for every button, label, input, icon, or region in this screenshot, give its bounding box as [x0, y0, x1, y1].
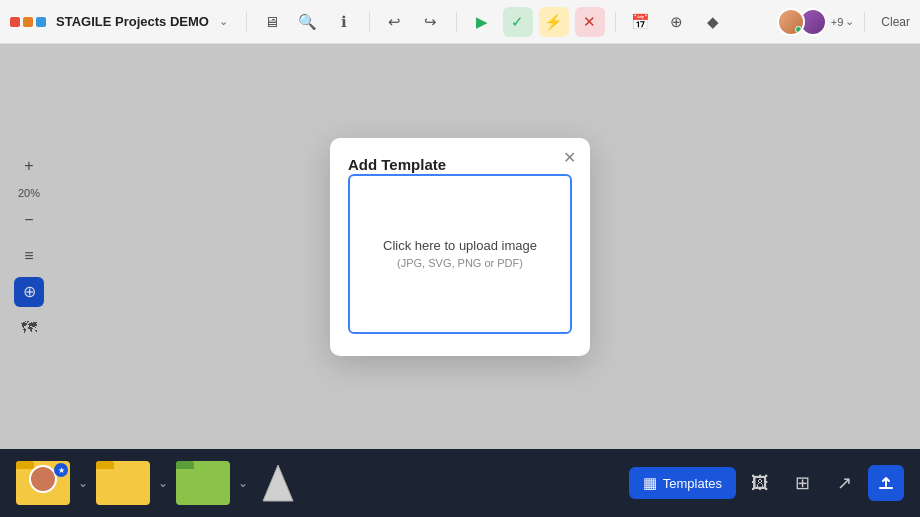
- topbar-separator-4: [615, 12, 616, 32]
- avatar-plus-count: +9: [831, 16, 844, 28]
- bottom-bar: ★ ⌄ ⌄ ⌄ ▦ Templates 🖼 ⊞ ↗: [0, 449, 920, 517]
- modal-close-button[interactable]: ✕: [563, 150, 576, 166]
- redo-button[interactable]: ↪: [416, 7, 446, 37]
- thumbnail-item-2[interactable]: [96, 461, 150, 505]
- upload-button[interactable]: [868, 465, 904, 501]
- grid-button[interactable]: ⊞: [784, 465, 820, 501]
- close-button[interactable]: ✕: [575, 7, 605, 37]
- folder-thumb-green: [176, 461, 230, 505]
- topbar-separator-5: [864, 12, 865, 32]
- modal-overlay[interactable]: Add Template ✕ Click here to upload imag…: [0, 44, 920, 449]
- thumbnail-item-1[interactable]: ★: [16, 461, 70, 505]
- folder-tab-green: [176, 461, 194, 469]
- undo-button[interactable]: ↩: [380, 7, 410, 37]
- folder-tab-2: [96, 461, 114, 469]
- image-button[interactable]: 🖼: [742, 465, 778, 501]
- monitor-button[interactable]: 🖥: [257, 7, 287, 37]
- diamond-button[interactable]: ◆: [698, 7, 728, 37]
- upload-main-text: Click here to upload image: [383, 238, 537, 253]
- canvas-area[interactable]: + 20% − ≡ ⊕ 🗺 Add Template ✕ Click here …: [0, 44, 920, 449]
- add-template-modal: Add Template ✕ Click here to upload imag…: [330, 138, 590, 356]
- folder-thumb-yellow: ★: [16, 461, 70, 505]
- topbar-separator-3: [456, 12, 457, 32]
- bolt-button[interactable]: ⚡: [539, 7, 569, 37]
- triangle-thumb: [256, 461, 300, 505]
- online-indicator: [795, 26, 802, 33]
- thumb-chevron-3-icon[interactable]: ⌄: [238, 476, 248, 490]
- thumbnail-item-4[interactable]: [256, 461, 300, 505]
- integration-button[interactable]: ⊕: [662, 7, 692, 37]
- logo-dot-red: [10, 17, 20, 27]
- avatar-1[interactable]: [777, 8, 805, 36]
- thumbnail-item-3[interactable]: [176, 461, 230, 505]
- topbar-separator-2: [369, 12, 370, 32]
- avatar-group: +9 ⌄: [777, 8, 855, 36]
- folder-tab: [16, 461, 34, 469]
- logo-dot-blue: [36, 17, 46, 27]
- upload-area[interactable]: Click here to upload image (JPG, SVG, PN…: [348, 174, 572, 334]
- info-button[interactable]: ℹ: [329, 7, 359, 37]
- play-button[interactable]: ▶: [467, 7, 497, 37]
- templates-label: Templates: [663, 476, 722, 491]
- upload-sub-text: (JPG, SVG, PNG or PDF): [397, 257, 523, 269]
- check-button[interactable]: ✓: [503, 7, 533, 37]
- app-logo: [10, 17, 46, 27]
- avatar-chevron-icon[interactable]: ⌄: [845, 15, 854, 28]
- folder-thumb-yellow-2: [96, 461, 150, 505]
- thumb-chevron-2-icon[interactable]: ⌄: [158, 476, 168, 490]
- templates-button[interactable]: ▦ Templates: [629, 467, 736, 499]
- modal-title: Add Template: [348, 156, 446, 173]
- share-button[interactable]: ↗: [826, 465, 862, 501]
- topbar-separator: [246, 12, 247, 32]
- clear-button[interactable]: Clear: [881, 15, 910, 29]
- templates-icon: ▦: [643, 474, 657, 492]
- thumb-chevron-1-icon[interactable]: ⌄: [78, 476, 88, 490]
- svg-marker-0: [263, 465, 293, 501]
- app-title: STAGILE Projects DEMO: [56, 14, 209, 29]
- logo-dot-yellow: [23, 17, 33, 27]
- title-chevron-icon[interactable]: ⌄: [219, 15, 228, 28]
- calendar-button[interactable]: 📅: [626, 7, 656, 37]
- thumb-avatar: [29, 465, 57, 493]
- thumb-badge: ★: [54, 463, 68, 477]
- topbar: STAGILE Projects DEMO ⌄ 🖥 🔍 ℹ ↩ ↪ ▶ ✓ ⚡ …: [0, 0, 920, 44]
- search-button[interactable]: 🔍: [293, 7, 323, 37]
